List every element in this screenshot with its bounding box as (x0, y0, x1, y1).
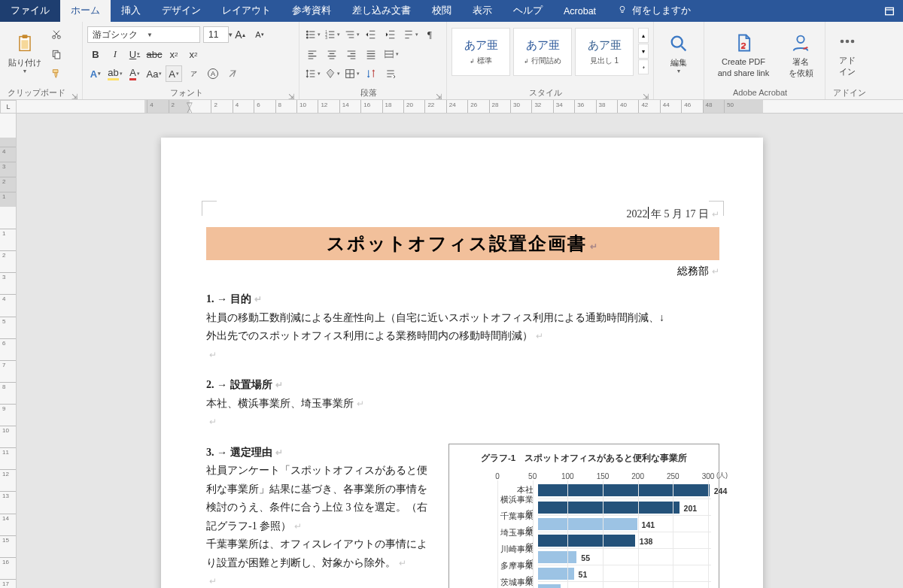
tab-review[interactable]: 校閲 (421, 0, 462, 22)
group-acrobat-label: Adobe Acrobat (709, 86, 820, 99)
svg-point-16 (672, 36, 683, 47)
style-scroll-down[interactable]: ▾ (638, 44, 649, 59)
request-signature-button[interactable]: 署名 を依頼 (781, 25, 820, 83)
tab-file[interactable]: ファイル (0, 0, 60, 22)
lightbulb-icon (617, 5, 628, 17)
strikethrough-button[interactable]: abc (146, 46, 163, 62)
bullets-button[interactable] (304, 26, 321, 43)
underline-button[interactable]: U (126, 46, 143, 62)
document-title: スポットオフィス設置企画書↵ (206, 227, 719, 260)
shrink-font-button[interactable]: A▾ (251, 26, 268, 43)
font-name-combo[interactable]: 游ゴシック▼ (87, 26, 200, 43)
superscript-button[interactable]: x2 (185, 46, 202, 62)
copy-button[interactable] (48, 46, 65, 62)
cut-button[interactable] (48, 26, 65, 43)
format-painter-button[interactable] (48, 65, 65, 82)
ribbon-collapse-button[interactable] (876, 0, 903, 22)
italic-button[interactable]: I (107, 46, 123, 62)
subscript-button[interactable]: x2 (166, 46, 182, 62)
section-1: 1. → 目的↵ 社員の移動工数削減による生産性向上（自宅に近いスポットオフィス… (206, 290, 719, 364)
align-right-button[interactable] (343, 46, 360, 62)
chart-bar-row: 茨城事業所32 (497, 581, 711, 588)
distributed-button[interactable] (382, 46, 399, 62)
increase-indent-button[interactable] (382, 26, 399, 43)
create-pdf-button[interactable]: Create PDF and share link (709, 25, 778, 83)
enclose-characters-button[interactable]: A (205, 65, 221, 82)
svg-point-11 (306, 37, 308, 38)
svg-rect-8 (55, 53, 60, 59)
asian-layout-button[interactable] (402, 26, 418, 43)
font-color-button[interactable]: A (126, 65, 143, 82)
grow-font-button[interactable]: A▴ (232, 26, 248, 43)
justify-button[interactable] (363, 46, 379, 62)
line-spacing-button[interactable] (304, 65, 321, 82)
svg-point-20 (851, 40, 855, 44)
horizontal-ruler[interactable]: 4224681012141618202224262830323436384042… (17, 100, 903, 114)
tell-me-search[interactable]: 何をしますか (607, 0, 701, 22)
paste-button[interactable]: 貼り付け ▼ (5, 23, 45, 82)
clipboard-dialog-launcher[interactable] (71, 89, 81, 98)
ruler-corner[interactable]: L (0, 100, 17, 114)
styles-dialog-launcher[interactable] (643, 89, 652, 98)
show-marks-button[interactable]: ¶ (421, 26, 438, 43)
vertical-ruler[interactable]: 432112345678910111213141516171819202122 (0, 114, 17, 588)
style-scroll-up[interactable]: ▴ (638, 28, 649, 43)
more-icon (835, 29, 860, 54)
addins-label2: イン (839, 67, 856, 77)
tab-design[interactable]: デザイン (151, 0, 211, 22)
sort-button[interactable] (363, 65, 379, 82)
tab-insert[interactable]: 挿入 (111, 0, 151, 22)
editing-button[interactable]: 編集 ▼ (658, 23, 699, 82)
bold-button[interactable]: B (87, 46, 104, 62)
phonetic-guide-button[interactable]: ア (185, 65, 202, 82)
align-center-button[interactable] (324, 46, 340, 62)
group-styles: あア亜↲ 標準 あア亜↲ 行間詰め あア亜見出し 1 ▴ ▾ ￬ スタイル (447, 22, 654, 99)
numbering-button[interactable]: 123 (324, 26, 340, 43)
clear-formatting-button[interactable] (224, 65, 241, 82)
group-font-label: フォント (87, 86, 294, 99)
svg-rect-1 (886, 8, 894, 14)
svg-rect-4 (21, 40, 28, 49)
font-dialog-launcher[interactable] (288, 89, 297, 98)
ribbon: 貼り付け ▼ クリップボード 游ゴシック▼ 11▼ A▴ A▾ B I U (0, 22, 903, 100)
group-clipboard-label: クリップボード (5, 86, 78, 99)
group-editing: 編集 ▼ (654, 22, 704, 99)
paste-label: 貼り付け (8, 58, 41, 68)
paragraph-dialog-launcher[interactable] (436, 89, 445, 98)
svg-point-17 (797, 36, 804, 43)
group-addins-label: アドイン (830, 86, 878, 99)
tab-help[interactable]: ヘルプ (503, 0, 553, 22)
search-icon (666, 31, 692, 56)
style-normal[interactable]: あア亜↲ 標準 (451, 28, 510, 76)
embedded-chart: グラフ-1 スポットオフィスがあると便利な事業所 050100150200250… (448, 444, 719, 589)
tab-view[interactable]: 表示 (462, 0, 503, 22)
addins-button[interactable]: アド イン (830, 23, 865, 82)
tab-acrobat[interactable]: Acrobat (553, 0, 607, 22)
text-effects-button[interactable]: A (87, 65, 104, 82)
tab-mailings[interactable]: 差し込み文書 (342, 0, 421, 22)
change-case-button[interactable]: Aa (146, 65, 163, 82)
show-formatting-button[interactable] (382, 65, 399, 82)
highlight-button[interactable]: ab (107, 65, 123, 82)
tab-references[interactable]: 参考資料 (281, 0, 342, 22)
sig-label1: 署名 (792, 57, 809, 67)
document-canvas[interactable]: 2022 年 5 月 17 日↵ スポットオフィス設置企画書↵ 総務部↵ 1. … (17, 114, 903, 588)
align-left-button[interactable] (304, 46, 321, 62)
tab-layout[interactable]: レイアウト (211, 0, 281, 22)
group-font: 游ゴシック▼ 11▼ A▴ A▾ B I U abc x2 x2 A ab A … (83, 22, 299, 99)
font-size-combo[interactable]: 11▼ (203, 26, 229, 43)
group-paragraph: 123 ¶ 段落 (299, 22, 447, 99)
borders-button[interactable] (343, 65, 360, 82)
style-gallery-expand[interactable]: ￬ (638, 59, 649, 74)
tab-home[interactable]: ホーム (60, 0, 111, 22)
shading-button[interactable] (324, 65, 340, 82)
style-no-spacing[interactable]: あア亜↲ 行間詰め (513, 28, 572, 76)
svg-point-0 (620, 6, 625, 11)
font-name-value: 游ゴシック (88, 29, 142, 41)
style-heading1[interactable]: あア亜見出し 1 (575, 28, 634, 76)
character-shading-button[interactable]: A (166, 65, 182, 82)
decrease-indent-button[interactable] (363, 26, 379, 43)
group-paragraph-label: 段落 (304, 86, 442, 99)
style-normal-label: 標準 (477, 56, 492, 65)
multilevel-list-button[interactable] (343, 26, 360, 43)
